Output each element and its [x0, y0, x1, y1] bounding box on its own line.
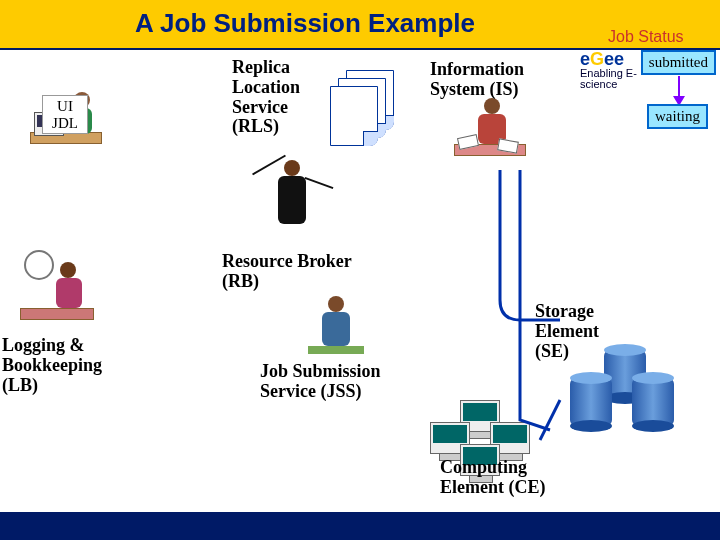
rls-documents-icon	[330, 70, 400, 150]
is-label: Information System (IS)	[430, 60, 550, 100]
rb-label: Resource Broker (RB)	[222, 252, 362, 292]
jss-icon	[300, 290, 380, 370]
jss-label: Job Submission Service (JSS)	[260, 362, 420, 402]
information-system-icon	[450, 90, 530, 170]
lb-label: Logging & Bookkeeping (LB)	[2, 336, 132, 395]
page-title: A Job Submission Example	[135, 8, 475, 39]
storage-element-icon	[560, 350, 680, 440]
ui-label-box: UI JDL	[42, 95, 88, 134]
bookkeeping-icon	[20, 250, 100, 330]
ce-label: Computing Element (CE)	[440, 458, 560, 498]
se-label: Storage Element (SE)	[535, 302, 625, 361]
status-submitted: submitted	[641, 50, 716, 75]
footer-strip	[0, 512, 720, 540]
rls-label: Replica Location Service (RLS)	[232, 58, 322, 137]
job-status-heading: Job Status	[608, 28, 684, 46]
egee-logo: eGeeEnabling E-science	[580, 50, 640, 95]
status-waiting: waiting	[647, 104, 708, 129]
resource-broker-icon	[240, 150, 340, 250]
